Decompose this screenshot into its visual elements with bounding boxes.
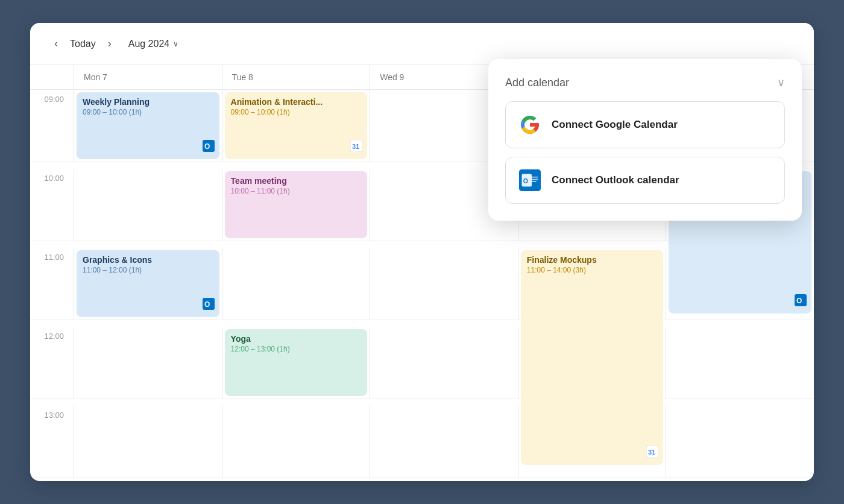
google-g-icon — [519, 114, 541, 136]
gcal-icon: 31 — [646, 446, 658, 460]
svg-rect-15 — [531, 181, 537, 183]
cell-mon-10 — [74, 169, 222, 241]
month-chevron-icon: ∨ — [173, 40, 178, 48]
event-graphics-icons[interactable]: Graphics & Icons 11:00 – 12:00 (1h) O — [77, 250, 219, 317]
svg-text:O: O — [204, 300, 210, 309]
cell-tue-11 — [222, 248, 370, 320]
outlook-icon-wrapper: O — [518, 168, 542, 192]
prev-button[interactable]: ‹ — [49, 35, 63, 52]
popup-header: Add calendar ∨ — [505, 76, 785, 89]
cell-fri-13 — [666, 406, 814, 478]
event-team-meeting[interactable]: Team meeting 10:00 – 11:00 (1h) — [225, 171, 368, 238]
event-time: 09:00 – 10:00 (1h) — [231, 108, 362, 116]
cell-wed-13 — [370, 406, 518, 478]
outlook-icon: O — [795, 294, 807, 309]
cell-mon-11: Graphics & Icons 11:00 – 12:00 (1h) O — [74, 248, 222, 320]
event-title: Yoga — [231, 334, 362, 344]
cell-mon-12 — [74, 327, 222, 399]
outlook-icon: O — [203, 140, 215, 154]
event-finalize-mockups[interactable]: Finalize Mockups 11:00 – 14:00 (3h) 31 — [521, 250, 664, 465]
time-label-11: 11:00 — [30, 248, 74, 320]
month-display[interactable]: Aug 2024 ∨ — [128, 39, 179, 49]
event-time: 11:00 – 12:00 (1h) — [83, 266, 213, 274]
time-label-13: 13:00 — [30, 406, 74, 478]
cell-wed-11 — [370, 248, 518, 320]
svg-rect-14 — [531, 179, 538, 180]
svg-text:31: 31 — [352, 143, 359, 150]
connect-google-button[interactable]: Connect Google Calendar — [505, 101, 785, 148]
event-title: Finalize Mockups — [527, 255, 658, 265]
svg-text:O: O — [523, 177, 528, 184]
day-header-tue: Tue 8 — [222, 65, 370, 89]
cell-tue-13 — [222, 406, 370, 478]
add-calendar-popup: Add calendar ∨ Connect Google Calendar — [488, 59, 802, 221]
cell-fri-12 — [666, 327, 814, 399]
event-time: 12:00 – 13:00 (1h) — [231, 345, 362, 353]
gcal-icon: 31 — [350, 140, 362, 154]
cell-tue-12: Yoga 12:00 – 13:00 (1h) — [222, 327, 370, 399]
cell-tue-09: Animation & Interacti... 09:00 – 10:00 (… — [222, 90, 370, 162]
event-weekly-planning[interactable]: Weekly Planning 09:00 – 10:00 (1h) O — [77, 92, 219, 159]
popup-title: Add calendar — [505, 77, 569, 89]
time-col-header — [30, 65, 74, 89]
time-label-10: 10:00 — [30, 169, 74, 241]
event-title: Animation & Interacti... — [231, 97, 362, 107]
today-label[interactable]: Today — [70, 39, 96, 49]
google-icon-wrapper — [518, 113, 542, 137]
popup-close-chevron-icon[interactable]: ∨ — [777, 76, 785, 89]
event-time: 11:00 – 14:00 (3h) — [527, 266, 658, 274]
event-animation[interactable]: Animation & Interacti... 09:00 – 10:00 (… — [225, 92, 368, 159]
day-header-mon: Mon 7 — [74, 65, 222, 89]
outlook-icon: O — [203, 298, 215, 312]
event-title: Graphics & Icons — [83, 255, 213, 265]
svg-text:O: O — [204, 142, 210, 151]
event-title: Team meeting — [231, 176, 362, 186]
connect-outlook-button[interactable]: O Connect Outlook calendar — [505, 157, 785, 204]
month-label: Aug 2024 — [128, 39, 170, 49]
outlook-calendar-label: Connect Outlook calendar — [552, 174, 679, 186]
next-button[interactable]: › — [103, 35, 116, 52]
google-calendar-label: Connect Google Calendar — [552, 119, 678, 131]
time-label-09: 09:00 — [30, 90, 74, 162]
event-time: 09:00 – 10:00 (1h) — [83, 108, 213, 116]
event-yoga[interactable]: Yoga 12:00 – 13:00 (1h) — [225, 329, 368, 396]
svg-text:O: O — [796, 297, 802, 305]
event-title: Weekly Planning — [83, 97, 213, 107]
cell-wed-12 — [370, 327, 518, 399]
cell-tue-10: Team meeting 10:00 – 11:00 (1h) — [222, 169, 370, 241]
event-time: 10:00 – 11:00 (1h) — [231, 187, 362, 195]
outlook-logo-icon: O — [519, 169, 541, 191]
time-label-12: 12:00 — [30, 327, 74, 399]
svg-rect-13 — [531, 177, 538, 178]
cell-mon-09: Weekly Planning 09:00 – 10:00 (1h) O — [74, 90, 222, 162]
calendar-container: ‹ Today › Aug 2024 ∨ Mon 7 Tue 8 Wed 9 T… — [30, 23, 814, 481]
cell-thu-11: Finalize Mockups 11:00 – 14:00 (3h) 31 — [518, 248, 666, 320]
svg-text:31: 31 — [648, 449, 655, 456]
cell-mon-13 — [74, 406, 222, 478]
